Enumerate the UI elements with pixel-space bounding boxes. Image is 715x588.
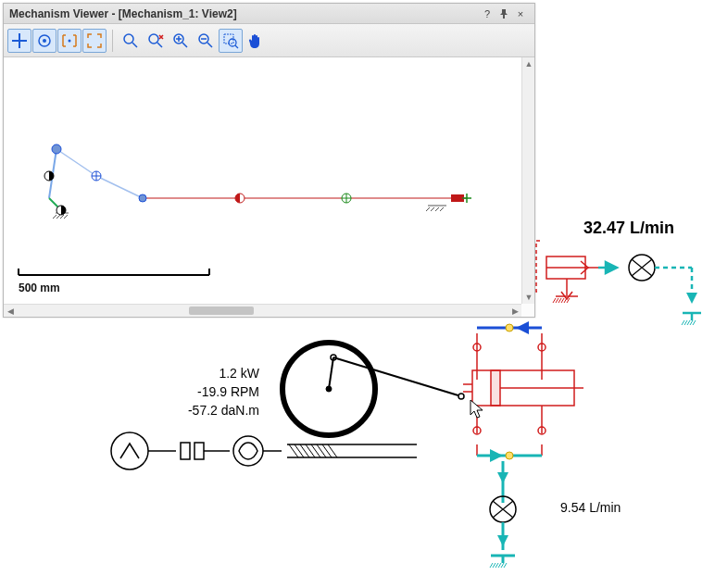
select-area-button[interactable] bbox=[219, 29, 243, 53]
zoom-in-button[interactable] bbox=[169, 29, 193, 53]
zoom-in-icon bbox=[172, 32, 189, 49]
svg-point-28 bbox=[139, 194, 146, 202]
svg-rect-43 bbox=[491, 370, 500, 406]
window-title: Mechanism Viewer - [Mechanism_1: View2] bbox=[9, 7, 479, 20]
mechanism-canvas[interactable]: 500 mm bbox=[4, 57, 534, 304]
svg-point-38 bbox=[473, 344, 481, 351]
magnify-reset-icon bbox=[147, 32, 164, 49]
svg-line-11 bbox=[56, 149, 96, 176]
titlebar: Mechanism Viewer - [Mechanism_1: View2] … bbox=[4, 4, 534, 24]
target-icon bbox=[36, 32, 53, 49]
scroll-right-icon: ▶ bbox=[508, 305, 521, 318]
svg-rect-31 bbox=[451, 194, 464, 202]
svg-line-21 bbox=[431, 207, 434, 211]
svg-line-16 bbox=[56, 215, 60, 219]
speed-readout: -19.9 RPM bbox=[176, 384, 259, 399]
flow-bottom-readout: 9.54 L/min bbox=[560, 500, 621, 515]
torque-readout: -57.2 daN.m bbox=[176, 403, 259, 418]
svg-rect-52 bbox=[194, 443, 204, 459]
track-tool-button[interactable] bbox=[57, 29, 82, 53]
svg-rect-42 bbox=[472, 370, 574, 406]
toolbar-separator bbox=[112, 30, 113, 52]
svg-point-41 bbox=[538, 427, 546, 434]
cursor-icon bbox=[470, 400, 483, 418]
svg-line-22 bbox=[435, 207, 439, 211]
horizontal-scrollbar[interactable]: ◀ ▶ bbox=[4, 304, 521, 317]
select-area-icon bbox=[222, 32, 239, 49]
svg-point-48 bbox=[331, 355, 336, 360]
svg-rect-35 bbox=[546, 256, 585, 279]
svg-point-53 bbox=[233, 436, 263, 466]
svg-point-37 bbox=[506, 324, 513, 332]
pin-icon bbox=[499, 9, 508, 19]
svg-point-24 bbox=[52, 144, 61, 154]
svg-point-44 bbox=[506, 452, 513, 459]
svg-point-36 bbox=[629, 255, 655, 281]
svg-line-15 bbox=[53, 215, 56, 219]
svg-point-8 bbox=[229, 39, 236, 46]
magnify-icon bbox=[122, 32, 139, 49]
mechanism-viewer-panel: Mechanism Viewer - [Mechanism_1: View2] … bbox=[3, 3, 535, 318]
move-tool-button[interactable] bbox=[7, 29, 31, 53]
svg-point-50 bbox=[111, 432, 148, 469]
toolbar-group-view bbox=[7, 29, 107, 53]
toolbar-group-zoom bbox=[119, 29, 268, 53]
zoom-out-button[interactable] bbox=[194, 29, 218, 53]
scroll-thumb[interactable] bbox=[189, 307, 254, 315]
scale-label: 500 mm bbox=[19, 281, 60, 294]
svg-line-18 bbox=[64, 215, 68, 219]
crosshair-plus-icon bbox=[11, 32, 28, 49]
vertical-scrollbar[interactable]: ▲ ▼ bbox=[521, 57, 534, 304]
pan-button[interactable] bbox=[244, 29, 268, 53]
help-button[interactable]: ? bbox=[479, 6, 495, 21]
svg-point-2 bbox=[69, 39, 71, 42]
svg-point-1 bbox=[43, 39, 46, 43]
fit-all-button[interactable] bbox=[82, 29, 107, 53]
svg-point-47 bbox=[326, 386, 332, 392]
scroll-left-icon: ◀ bbox=[4, 305, 17, 318]
svg-point-3 bbox=[124, 34, 133, 44]
svg-line-12 bbox=[96, 176, 143, 198]
mechanism-drawing bbox=[4, 57, 522, 304]
scroll-down-icon: ▼ bbox=[522, 291, 535, 304]
target-tool-button[interactable] bbox=[32, 29, 56, 53]
brackets-icon bbox=[61, 32, 78, 49]
svg-line-23 bbox=[440, 207, 444, 211]
zoom-out-icon bbox=[197, 32, 214, 49]
svg-line-20 bbox=[426, 207, 430, 211]
power-readout: 1.2 kW bbox=[176, 366, 259, 381]
hand-icon bbox=[247, 32, 264, 49]
toolbar bbox=[4, 24, 534, 57]
svg-point-40 bbox=[473, 427, 481, 434]
expand-icon bbox=[86, 32, 103, 49]
flow-top-readout: 32.47 L/min bbox=[583, 219, 674, 238]
svg-line-17 bbox=[60, 215, 64, 219]
svg-point-45 bbox=[490, 496, 516, 522]
pin-button[interactable] bbox=[495, 6, 512, 21]
svg-rect-51 bbox=[181, 443, 190, 459]
svg-point-49 bbox=[458, 394, 464, 399]
svg-point-4 bbox=[149, 34, 158, 44]
close-button[interactable]: × bbox=[512, 6, 529, 21]
svg-point-39 bbox=[538, 344, 546, 351]
svg-point-46 bbox=[282, 343, 375, 435]
zoom-window-button[interactable] bbox=[119, 29, 143, 53]
scroll-up-icon: ▲ bbox=[522, 57, 535, 70]
zoom-reset-button[interactable] bbox=[144, 29, 168, 53]
